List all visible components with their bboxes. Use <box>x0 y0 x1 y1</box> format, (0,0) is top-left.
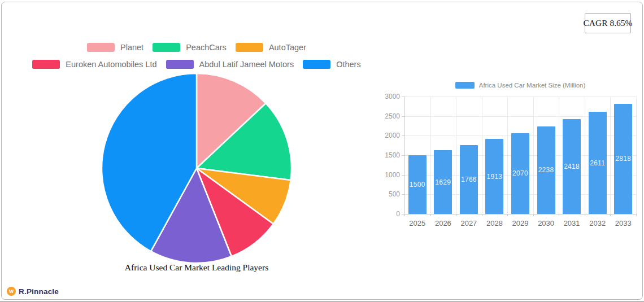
bar-2027: 1766 <box>460 145 478 214</box>
gridline-v <box>507 97 508 214</box>
bar-value-label: 1629 <box>434 178 452 186</box>
bar-2030: 2238 <box>537 126 555 214</box>
bar-2031: 2418 <box>563 119 581 214</box>
gridline-v <box>636 97 637 214</box>
gridline-v <box>430 97 431 214</box>
gridline-v <box>559 97 559 214</box>
bar-2033: 2818 <box>614 104 632 214</box>
bar-chart: 0500100015002000250030001500202516292026… <box>0 0 644 302</box>
gridline-v <box>610 97 611 214</box>
x-axis-label-2033: 2033 <box>610 219 636 227</box>
x-axis-label-2028: 2028 <box>482 219 508 227</box>
bar-value-label: 2070 <box>511 169 529 177</box>
y-axis-label: 0 <box>373 210 400 218</box>
brand-logo: W R.Pinnacle <box>7 287 59 296</box>
bar-2032: 2611 <box>589 112 607 214</box>
y-axis-label: 500 <box>373 190 400 198</box>
y-axis-label: 3000 <box>373 93 400 100</box>
x-axis-label-2026: 2026 <box>430 219 456 227</box>
y-axis-label: 1500 <box>373 151 400 159</box>
x-axis-label-2025: 2025 <box>404 219 430 227</box>
y-axis-line <box>404 97 405 216</box>
gridline-v <box>482 97 482 214</box>
bar-value-label: 1500 <box>408 181 427 189</box>
x-axis-label-2032: 2032 <box>585 219 611 227</box>
bar-value-label: 2611 <box>589 159 607 167</box>
y-axis-label: 1000 <box>373 171 400 179</box>
bar-value-label: 1766 <box>460 176 478 183</box>
x-axis-label-2030: 2030 <box>533 219 559 227</box>
pinnacle-logo-icon: W <box>7 287 16 296</box>
gridline-v <box>585 97 585 214</box>
bar-2025: 1500 <box>408 155 427 214</box>
bar-2029: 2070 <box>511 133 529 215</box>
y-axis-label: 2000 <box>373 132 400 139</box>
bar-value-label: 2418 <box>563 163 581 170</box>
bar-value-label: 2818 <box>614 155 632 163</box>
bar-2028: 1913 <box>485 139 503 214</box>
bar-value-label: 2238 <box>537 166 555 174</box>
bar-value-label: 1913 <box>485 173 503 181</box>
brand-name: R.Pinnacle <box>19 287 59 296</box>
x-axis-label-2029: 2029 <box>507 219 533 227</box>
y-axis-label: 2500 <box>373 112 400 120</box>
gridline-v <box>456 97 456 214</box>
x-axis-line <box>404 214 637 215</box>
x-axis-label-2031: 2031 <box>559 219 585 227</box>
gridline-v <box>533 97 534 214</box>
gridline-h <box>404 97 636 97</box>
x-axis-label-2027: 2027 <box>456 219 482 227</box>
bar-2026: 1629 <box>434 150 452 214</box>
